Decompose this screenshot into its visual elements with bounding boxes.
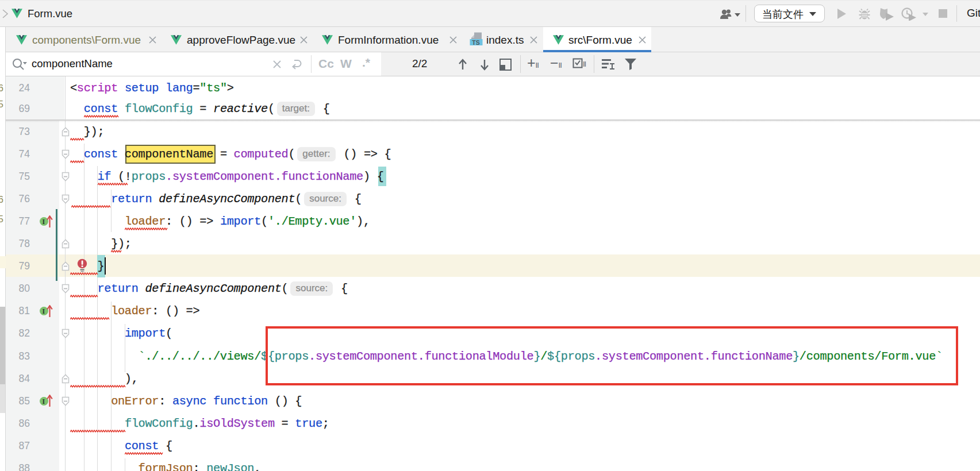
svg-text:TS: TS — [472, 39, 479, 46]
